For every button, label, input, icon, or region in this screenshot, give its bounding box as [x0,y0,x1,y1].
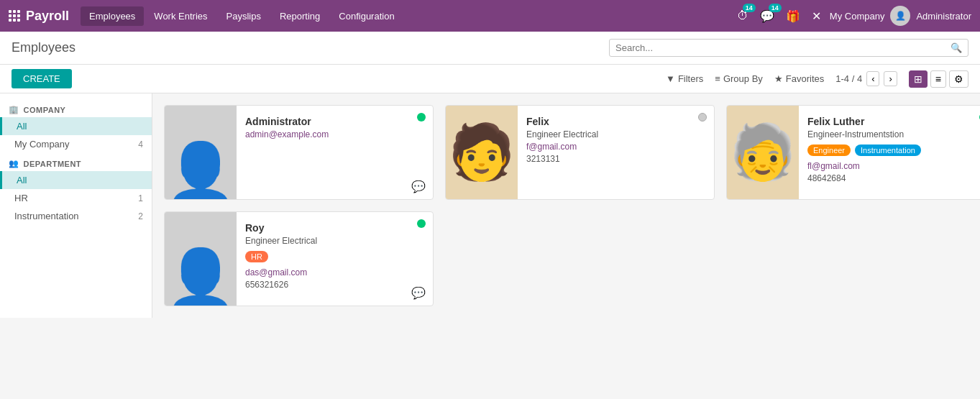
company-name[interactable]: My Company [830,11,885,22]
groupby-icon: ≡ [715,73,720,84]
main-content: 🏢 COMPANY All My Company 4 👥 DEPARTMENT … [0,93,980,318]
dept-icon: 👥 [9,159,19,168]
card-email: fl@gmail.com [807,161,980,171]
create-button[interactable]: CREATE [12,69,72,88]
chat-icon[interactable]: 💬 [411,180,426,193]
sidebar: 🏢 COMPANY All My Company 4 👥 DEPARTMENT … [0,93,152,318]
card-phone: 656321626 [245,280,424,290]
nav-payslips[interactable]: Payslips [218,6,270,26]
sidebar-company-mycompany[interactable]: My Company 4 [0,135,152,153]
pagination-text: 1-4 / 4 [835,73,862,84]
card-info: Felix Luther Engineer-Instrumentstion En… [799,106,980,199]
person-silhouette: 👤 [165,139,237,199]
page-title: Employees [12,40,609,55]
search-bar: 🔍 [609,39,968,57]
card-employee-name: Felix Luther [807,116,980,127]
sidebar-company-all[interactable]: All [0,117,152,135]
avatar-placeholder: 👤 [165,212,237,306]
nav-employees[interactable]: Employees [81,6,144,26]
messages-badge: 14 [769,4,782,12]
search-input[interactable] [615,42,951,53]
card-info: Roy Engineer Electrical HR das@gmail.com… [237,212,433,306]
username: Administrator [916,11,971,22]
star-icon: ★ [774,73,783,84]
filters-button[interactable]: ▼ Filters [666,73,703,84]
app-logo[interactable]: Payroll [26,9,69,24]
emoji-avatar: 🧓 [727,106,799,199]
apps-icon[interactable] [9,10,20,22]
employee-card[interactable]: 🧑 Felix Engineer Electrical f@gmail.com … [445,105,715,200]
toolbar: CREATE ▼ Filters ≡ Group By ★ Favorites … [0,65,980,93]
building-icon: 🏢 [9,105,19,114]
toolbar-filters: ▼ Filters ≡ Group By ★ Favorites 1-4 / 4… [666,70,968,88]
card-tags: HR [245,251,424,262]
main-menu: Employees Work Entries Payslips Reportin… [81,6,728,26]
card-info: Felix Engineer Electrical f@gmail.com 32… [518,106,714,199]
filter-icon: ▼ [666,73,675,84]
sidebar-dept-all[interactable]: All [0,171,152,189]
next-page-button[interactable]: › [884,71,897,86]
employee-card[interactable]: 🧓 Felix Luther Engineer-Instrumentstion … [726,105,980,200]
cards-area: 👤 Administrator admin@example.com 💬 🧑 Fe… [152,93,980,318]
sidebar-dept-hr[interactable]: HR 1 [0,189,152,207]
nav-configuration[interactable]: Configuration [330,6,403,26]
tag-engineer: Engineer [807,145,851,156]
emoji-avatar: 🧑 [446,106,518,199]
pagination: 1-4 / 4 ‹ › [835,71,897,86]
person-silhouette: 👤 [165,245,237,306]
card-employee-name: Roy [245,222,424,234]
sidebar-dept-instrumentation[interactable]: Instrumentation 2 [0,207,152,225]
topnav-right-controls: ⏱ 14 💬 14 🎁 ✕ My Company 👤 Administrator [734,6,971,26]
list-view-button[interactable]: ≡ [930,70,946,88]
employee-cards-grid: 👤 Administrator admin@example.com 💬 🧑 Fe… [164,105,968,306]
status-indicator [417,113,426,121]
avatar-placeholder: 👤 [165,106,237,199]
search-icon[interactable]: 🔍 [951,42,962,53]
activity-badge: 14 [743,4,756,12]
card-job-title: Engineer-Instrumentstion [807,129,980,139]
card-employee-name: Administrator [245,116,424,127]
messages-icon-btn[interactable]: 💬 14 [757,6,777,26]
card-email: f@gmail.com [526,142,705,152]
close-icon-btn[interactable]: ✕ [809,6,824,26]
status-indicator [417,219,426,228]
card-phone: 48642684 [807,173,980,183]
settings-view-button[interactable]: ⚙ [949,70,968,88]
prev-page-button[interactable]: ‹ [866,71,879,86]
tag-instrumentation: Instrumentation [855,145,921,156]
groupby-button[interactable]: ≡ Group By [715,73,763,84]
chat-icon[interactable]: 💬 [411,286,426,300]
favorites-button[interactable]: ★ Favorites [774,73,824,84]
card-info: Administrator admin@example.com [237,106,433,199]
employee-card[interactable]: 👤 Administrator admin@example.com 💬 [164,105,434,200]
card-phone: 3213131 [526,154,705,164]
tag-hr: HR [245,251,268,262]
avatar[interactable]: 👤 [890,6,910,26]
nav-work-entries[interactable]: Work Entries [145,6,216,26]
card-job-title: Engineer Electrical [526,129,705,139]
card-email: admin@example.com [245,129,424,139]
card-tags: EngineerInstrumentation [807,145,980,156]
view-toggle: ⊞ ≡ ⚙ [909,70,968,88]
top-navigation: Payroll Employees Work Entries Payslips … [0,0,980,32]
card-employee-name: Felix [526,116,705,127]
nav-reporting[interactable]: Reporting [271,6,329,26]
grid-view-button[interactable]: ⊞ [909,70,928,88]
status-indicator [698,113,707,121]
department-section-title: 👥 DEPARTMENT [0,153,152,171]
gift-icon-btn[interactable]: 🎁 [783,6,803,26]
activity-icon-btn[interactable]: ⏱ 14 [734,6,751,25]
card-job-title: Engineer Electrical [245,236,424,246]
employee-card[interactable]: 👤 Roy Engineer Electrical HR das@gmail.c… [164,211,434,306]
page-header: Employees 🔍 [0,32,980,65]
card-email: das@gmail.com [245,267,424,278]
company-section-title: 🏢 COMPANY [0,99,152,117]
